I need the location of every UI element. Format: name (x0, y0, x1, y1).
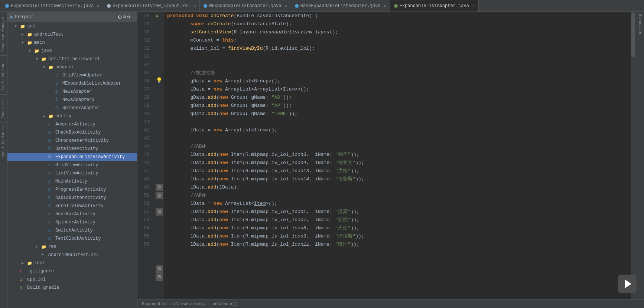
close-icon[interactable]: ✕ (384, 4, 386, 8)
line-num-56: 56 (137, 240, 152, 249)
tree-item-package[interactable]: ▼📁com.ttit.helloworld (7, 55, 137, 63)
line-num-46: 46 (137, 159, 152, 167)
right-side: 28 29 30 31 32 33 34 35 36 37 38 39 40 4… (137, 12, 644, 308)
code-editor[interactable]: 28 29 30 31 32 33 34 35 36 37 38 39 40 4… (137, 12, 644, 299)
line-numbers: 28 29 30 31 32 33 34 35 36 37 38 39 40 4… (137, 12, 155, 299)
breadcrumb-method[interactable]: onCreate() (212, 302, 237, 306)
tree-item-src[interactable]: ▼📁src (7, 22, 137, 30)
line-num-32: 32 (137, 45, 152, 53)
java-file-icon (204, 4, 207, 8)
layout-captures-panel[interactable]: Layout Captures (0, 122, 7, 163)
java-file-icon (295, 4, 299, 8)
tree-item-newsadapter2[interactable]: CNewsAdapter2 (7, 96, 137, 104)
build-variants-panel[interactable]: Build Variants (0, 55, 7, 94)
code-line-29: super.onCreate(savedInstanceState); (167, 20, 631, 28)
tab-layout-xml[interactable]: expandablelistview_layout.xml ✕ (103, 0, 200, 12)
project-header[interactable]: ▶ Project ⚙ ⊞ ⚙ — (7, 12, 137, 22)
code-line-32: exlist_lol = findViewById(R.id.exlist_lo… (167, 45, 631, 53)
tree-item-mexpandable[interactable]: CMExpandableListAdapter (7, 79, 137, 88)
close-panel-icon[interactable]: — (131, 14, 134, 20)
resource-manager-panel[interactable]: Resource Manager (0, 12, 7, 55)
close-icon[interactable]: ✕ (193, 4, 196, 8)
tree-item-expandable-selected[interactable]: CExpandableListViewActivity (7, 153, 137, 161)
tree-item-radiobutton[interactable]: CRadioButtonActivity (7, 194, 137, 202)
favorites-panel[interactable]: Favorites (0, 94, 7, 122)
close-icon[interactable]: ✕ (285, 4, 287, 8)
code-line-44: //AD组 (167, 142, 631, 151)
tab-label: BaseExpandableListAdapter.java (300, 3, 381, 9)
code-line-52: lData.add(new Item(R.mipmap.iv_lol_icon1… (167, 208, 631, 216)
tree-item-gitignore[interactable]: G.gitignore (7, 267, 137, 275)
lightbulb-icon[interactable]: 💡 (156, 77, 162, 83)
tree-item-main[interactable]: ▼📁main (7, 39, 137, 47)
scrollbar-thumb[interactable] (631, 13, 635, 57)
tree-item-chronometer[interactable]: CChronometerAcitivity (7, 137, 137, 145)
code-line-41 (167, 118, 631, 126)
main-layout: Resource Manager Build Variants Favorite… (0, 12, 644, 308)
tree-item-entity[interactable]: ▶📁entity (7, 112, 137, 120)
tree-item-main-activity[interactable]: CMainActivity (7, 177, 137, 186)
tabs-bar: ExpandableListViewActivity.java ✕ expand… (0, 0, 644, 12)
line-num-54: 54 (137, 224, 152, 232)
tree-item-switch[interactable]: CSwitchActivity (7, 226, 137, 235)
tree-item-test[interactable]: ▶📁test (7, 259, 137, 267)
vertical-scrollbar[interactable] (631, 12, 636, 299)
tree-item-spinner[interactable]: CSpinnerActivity (7, 218, 137, 226)
code-line-46: lData.add(new Item(R.mipmap.iv_lol_icon4… (167, 159, 631, 167)
tree-item-adapter[interactable]: ▼📁adapter (7, 63, 137, 71)
tree-item-adapteractivity[interactable]: CAdapterActivity (7, 120, 137, 128)
tree-item-appiml[interactable]: Iapp.iml (7, 275, 137, 284)
right-thumbnail-panel: Structure (636, 12, 644, 299)
gutter: ▶ 💡 🖼 🖼 🖼 🖼 🖼 (155, 12, 164, 299)
line-num-38: 38 (137, 94, 152, 102)
code-content[interactable]: protected void onCreate(Bundle savedInst… (164, 12, 631, 299)
tab-label: expandablelistview_layout.xml (113, 3, 190, 9)
left-side-panels: Resource Manager Build Variants Favorite… (0, 12, 7, 308)
tree-item-textclock[interactable]: CTextClockActivity (7, 235, 137, 243)
tree-item-progressbar[interactable]: CProgressBarActivity (7, 186, 137, 194)
code-line-48: lData.add(new Item(R.mipmap.iv_lol_icon1… (167, 175, 631, 183)
layout-icon[interactable]: ⊞ (123, 14, 126, 20)
gear-icon[interactable]: ⚙ (127, 14, 130, 20)
breadcrumb-activity[interactable]: ExpandableListViewActivity (142, 302, 206, 306)
tree-item-java[interactable]: ▼📁java (7, 47, 137, 55)
bookmark-icon[interactable]: ▶ (156, 13, 159, 19)
line-num-31: 31 (137, 36, 152, 45)
code-line-42: lData = new ArrayList<Item>(); (167, 126, 631, 134)
line-num-40: 40 (137, 110, 152, 118)
project-icon: ▶ (10, 14, 13, 20)
floating-play-button[interactable] (618, 275, 637, 293)
tree-item-spinneradapter[interactable]: CSpinnerAdapter (7, 104, 137, 112)
image-thumb-46: 🖼 (156, 191, 163, 199)
project-tree: ▼📁src ▶📁androidTest ▼📁main ▼📁java ▼📁com.… (7, 22, 137, 308)
tree-item-gridview[interactable]: CGridViewActivity (7, 161, 137, 169)
tree-item-res[interactable]: ▶📁res (7, 243, 137, 251)
tab-base-adapter[interactable]: BaseExpandableListAdapter.java ✕ (291, 0, 390, 12)
code-line-36: gData = new ArrayList<Group>(); (167, 77, 631, 85)
settings-icon[interactable]: ⚙ (118, 13, 122, 21)
tab-mexpandable-adapter[interactable]: MExpandableListAdapter.java ✕ (200, 0, 291, 12)
tree-item-buildgradle[interactable]: Gbuild.gradle (7, 284, 137, 292)
project-panel: ▶ Project ⚙ ⊞ ⚙ — ▼📁src ▶📁androidTest ▼📁… (7, 12, 137, 308)
code-line-55: lData.add(new Item(R.mipmap.iv_lol_icon9… (167, 232, 631, 240)
code-line-38: gData.add(new Group( gName: "AD")); (167, 94, 631, 102)
line-num-41: 41 (137, 118, 152, 126)
structure-panel-label[interactable]: Structure (637, 13, 643, 36)
tree-item-scrollview[interactable]: CScrollViewActivity (7, 202, 137, 210)
tab-expandable-adapter[interactable]: ExpandableListAdapter.java ✕ (390, 0, 479, 12)
tree-item-listview[interactable]: CListViewActivity (7, 169, 137, 177)
tree-item-checkbox[interactable]: CCheckBoxAcitivity (7, 128, 137, 137)
tree-item-gridviewadpater[interactable]: CGridViewAdpater (7, 71, 137, 79)
tree-item-newsadapter[interactable]: CNewsAdapter (7, 88, 137, 96)
tree-item-manifest[interactable]: XAndroidManifest.xml (7, 251, 137, 259)
tree-item-datetime[interactable]: CDateTimeActivity (7, 145, 137, 153)
line-num-51: 51 (137, 200, 152, 208)
tree-item-androidtest[interactable]: ▶📁androidTest (7, 30, 137, 39)
close-icon[interactable]: ✕ (472, 4, 475, 8)
code-line-56: lData.add(new Item(R.mipmap.iv_lol_icon1… (167, 240, 631, 249)
close-icon[interactable]: ✕ (97, 4, 99, 8)
line-num-37: 37 (137, 85, 152, 94)
xml-file-icon (107, 4, 111, 8)
tree-item-seekbar[interactable]: CSeekBarActivity (7, 210, 137, 218)
tab-expandable-activity[interactable]: ExpandableListViewActivity.java ✕ (1, 0, 103, 12)
